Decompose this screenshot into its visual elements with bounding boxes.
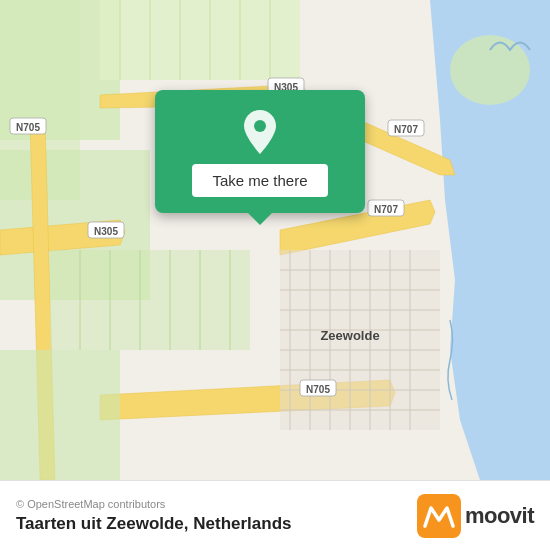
moovit-logo: moovit (417, 494, 534, 538)
location-popup: Take me there (155, 90, 365, 213)
copyright-text: © OpenStreetMap contributors (16, 498, 292, 510)
svg-text:N305: N305 (94, 226, 118, 237)
svg-rect-35 (0, 350, 120, 480)
moovit-icon (417, 494, 461, 538)
svg-text:N707: N707 (394, 124, 418, 135)
map-container: N305 N705 N707 N707 N305 N705 Zeewolde T… (0, 0, 550, 480)
location-name: Taarten uit Zeewolde, Netherlands (16, 514, 292, 534)
svg-text:Zeewolde: Zeewolde (320, 328, 379, 343)
svg-point-49 (254, 120, 266, 132)
svg-rect-50 (417, 494, 461, 538)
bottom-bar: © OpenStreetMap contributors Taarten uit… (0, 480, 550, 550)
svg-text:N705: N705 (306, 384, 330, 395)
location-pin-icon (242, 110, 278, 154)
moovit-text: moovit (465, 503, 534, 529)
take-me-there-button[interactable]: Take me there (192, 164, 327, 197)
location-info: © OpenStreetMap contributors Taarten uit… (16, 498, 292, 534)
svg-text:N707: N707 (374, 204, 398, 215)
svg-point-11 (450, 35, 530, 105)
svg-text:N705: N705 (16, 122, 40, 133)
